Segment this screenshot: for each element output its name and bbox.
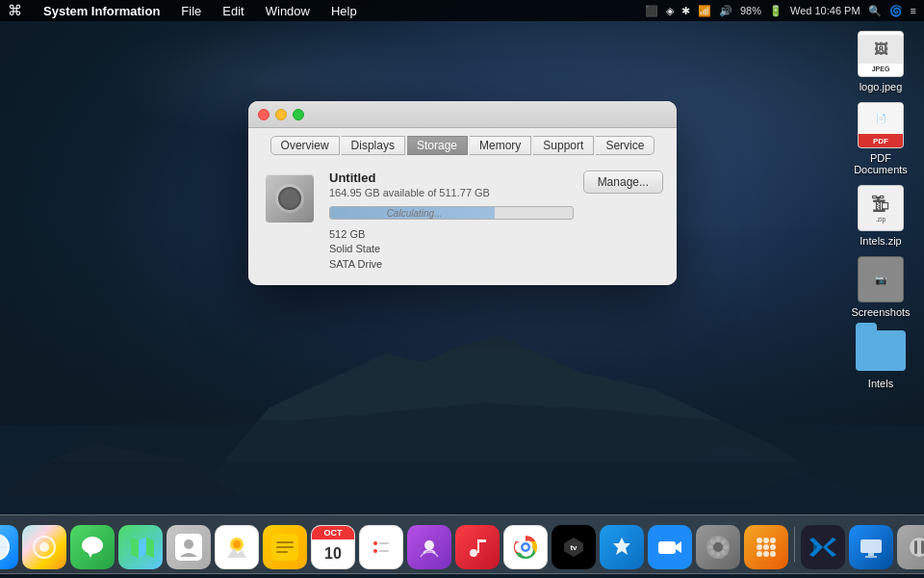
storage-section: Untitled 164.95 GB available of 511.77 G…	[262, 171, 663, 272]
svg-point-55	[770, 538, 776, 543]
window-titlebar	[248, 101, 677, 128]
menubar-left: ⌘ System Information File Edit Window He…	[8, 2, 361, 19]
siri-icon[interactable]: 🌀	[889, 5, 903, 17]
svg-point-51	[710, 550, 715, 555]
storage-bar-fill: Calculating...	[330, 207, 495, 219]
screen-icon: ⬛	[645, 5, 658, 17]
desktop-icon-intels-zip[interactable]: 🗜 .zip Intels.zip	[847, 183, 914, 247]
svg-point-39	[524, 545, 528, 550]
dock-vscode[interactable]	[801, 525, 845, 569]
svg-rect-0	[0, 426, 924, 515]
svg-point-58	[770, 544, 776, 550]
desktop-icon-logo-jpeg[interactable]: 🖼 JPEG logo.jpeg	[847, 29, 914, 92]
svg-point-59	[757, 551, 762, 557]
hdd-icon	[266, 174, 314, 223]
search-icon[interactable]: 🔍	[868, 5, 882, 17]
screenshots-label: Screenshots	[851, 306, 910, 318]
dock-audio-midi[interactable]	[897, 525, 924, 569]
dock-photos-alt[interactable]	[22, 525, 66, 569]
dock-maps[interactable]	[118, 525, 163, 569]
dock-safari[interactable]	[0, 525, 18, 569]
svg-point-53	[757, 538, 762, 543]
svg-point-57	[763, 544, 769, 550]
svg-rect-26	[276, 551, 288, 553]
wifi-icon: 📶	[698, 5, 711, 17]
screenshots-icon: 📷	[856, 254, 906, 304]
dock-screen-sharing[interactable]	[849, 525, 893, 569]
svg-point-32	[424, 540, 434, 550]
dock-podcasts[interactable]	[407, 525, 451, 569]
apple-menu[interactable]: ⌘	[8, 2, 22, 19]
drive-type-line2: SATA Drive	[329, 258, 382, 270]
storage-info-row: Untitled 164.95 GB available of 511.77 G…	[329, 171, 663, 220]
dock: OCT 10	[0, 514, 924, 574]
storage-bar: Calculating...	[329, 206, 574, 220]
dock-contacts[interactable]	[167, 525, 211, 569]
dock-launchpad[interactable]	[744, 525, 788, 569]
dock-appstore[interactable]	[600, 525, 644, 569]
dock-iphoto[interactable]	[215, 525, 259, 569]
svg-point-28	[373, 541, 377, 545]
desktop-icon-screenshots[interactable]: 📷 Screenshots	[847, 254, 914, 318]
tab-displays[interactable]: Displays	[342, 136, 405, 155]
svg-point-60	[763, 551, 769, 557]
pdf-label: PDF Documents	[847, 152, 914, 175]
intels-folder-label: Intels	[868, 378, 893, 389]
battery-icon: 🔋	[769, 5, 783, 17]
svg-marker-42	[676, 541, 681, 553]
tab-support[interactable]: Support	[533, 136, 594, 155]
dock-chrome[interactable]	[503, 525, 548, 569]
window-tab-bar: Overview Displays Storage Memory Support…	[248, 128, 677, 159]
cast-icon: ◈	[666, 5, 674, 17]
system-information-window: Overview Displays Storage Memory Support…	[248, 101, 677, 285]
tab-overview[interactable]: Overview	[270, 136, 340, 155]
svg-point-46	[716, 553, 721, 558]
dock-system-preferences[interactable]	[696, 525, 740, 569]
tab-memory[interactable]: Memory	[470, 136, 531, 155]
zip-icon: 🗜 .zip	[856, 183, 906, 233]
dock-notes[interactable]	[263, 525, 307, 569]
svg-point-15	[39, 542, 49, 552]
manage-button[interactable]: Manage...	[583, 171, 663, 194]
window-close-button[interactable]	[258, 109, 270, 120]
dock-messages[interactable]	[70, 525, 115, 569]
zip-label: Intels.zip	[860, 235, 901, 247]
menu-window[interactable]: Window	[262, 4, 314, 18]
control-center-icon[interactable]: ≡	[911, 5, 916, 16]
svg-rect-65	[860, 539, 882, 553]
intels-folder-icon	[856, 326, 906, 376]
dock-music[interactable]	[455, 525, 500, 569]
svg-point-54	[763, 538, 769, 543]
calculating-text: Calculating...	[383, 208, 443, 219]
svg-rect-69	[914, 540, 917, 554]
tab-service[interactable]: Service	[596, 136, 654, 155]
tab-storage[interactable]: Storage	[407, 136, 468, 155]
svg-rect-66	[868, 553, 874, 556]
dock-zoom[interactable]	[648, 525, 692, 569]
svg-point-49	[710, 539, 715, 544]
window-minimize-button[interactable]	[275, 109, 287, 120]
menu-help[interactable]: Help	[327, 4, 361, 18]
svg-point-47	[708, 545, 713, 550]
dock-calendar[interactable]: OCT 10	[311, 525, 355, 569]
dock-appletv[interactable]: tv	[552, 525, 596, 569]
menubar-right: ⬛ ◈ ✱ 📶 🔊 98% 🔋 Wed 10:46 PM 🔍 🌀 ≡	[645, 5, 916, 17]
window-maximize-button[interactable]	[293, 109, 304, 120]
drive-type-info: 512 GB Solid State SATA Drive	[329, 227, 663, 272]
svg-rect-24	[276, 541, 294, 543]
dock-reminders[interactable]	[359, 525, 403, 569]
menu-file[interactable]: File	[177, 4, 205, 18]
svg-point-33	[470, 549, 477, 557]
battery-text: 98%	[740, 5, 761, 16]
menu-edit[interactable]: Edit	[218, 4, 247, 18]
bluetooth-icon: ✱	[681, 5, 690, 17]
desktop-icon-intels-folder[interactable]: Intels	[847, 326, 914, 389]
desktop-icon-pdf[interactable]: 📄 PDF PDF Documents	[847, 100, 914, 175]
volume-icon: 🔊	[719, 5, 732, 17]
svg-point-48	[724, 545, 729, 550]
svg-rect-41	[658, 541, 676, 554]
svg-rect-25	[276, 546, 294, 548]
logo-jpeg-icon: 🖼 JPEG	[856, 29, 906, 79]
svg-point-56	[757, 544, 762, 550]
svg-point-61	[770, 551, 776, 557]
